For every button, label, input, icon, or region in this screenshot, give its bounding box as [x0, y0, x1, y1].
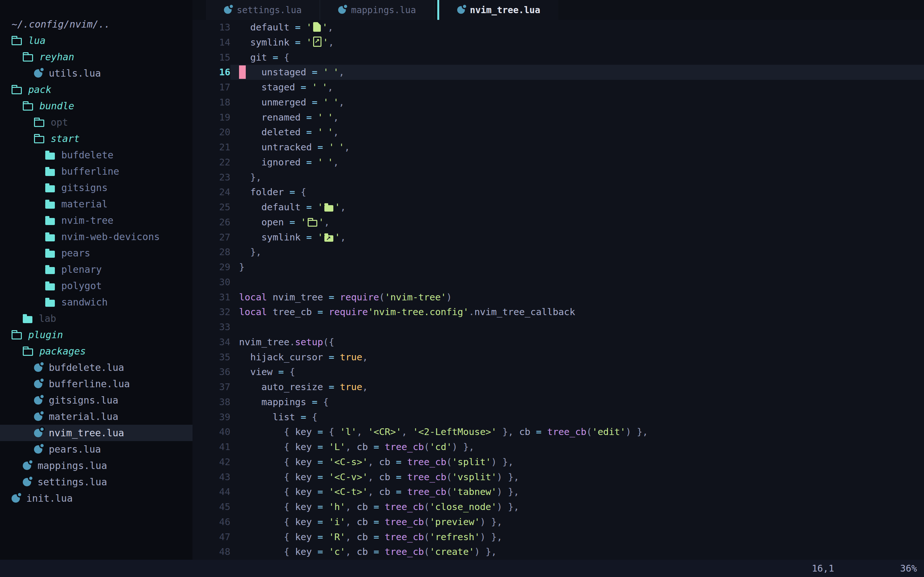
- tab-settings.lua[interactable]: settings.lua: [206, 0, 320, 20]
- code-line-48[interactable]: 48 { key = 'c', cb = tree_cb('create') }…: [192, 544, 924, 559]
- code-line-27[interactable]: 27 symlink = '',: [192, 230, 924, 245]
- tree-item-material.lua[interactable]: material.lua: [0, 408, 192, 425]
- code-line-40[interactable]: 40 { key = { 'l', '<CR>', '<2-LeftMouse>…: [192, 424, 924, 440]
- line-number: 46: [192, 514, 230, 530]
- code-line-28[interactable]: 28 },: [192, 245, 924, 259]
- code-line-36[interactable]: 36 view = {: [192, 364, 924, 380]
- tree-item-label: polygot: [61, 280, 102, 292]
- tree-item-pears[interactable]: pears: [0, 245, 192, 261]
- tree-item-bundle[interactable]: bundle: [0, 98, 192, 114]
- code-text: folder = {: [230, 185, 924, 200]
- code-line-16[interactable]: 16 unstaged = '',: [192, 65, 924, 80]
- code-line-19[interactable]: 19 renamed = '',: [192, 110, 924, 125]
- code-line-20[interactable]: 20 deleted = '',: [192, 125, 924, 140]
- code-text: auto_resize = true,: [230, 380, 924, 395]
- lua-file-icon: [224, 6, 232, 14]
- tree-item-label: pears.lua: [49, 444, 101, 455]
- line-number: 26: [192, 215, 230, 230]
- code-line-24[interactable]: 24 folder = {: [192, 185, 924, 200]
- lua-file-icon: [34, 69, 42, 77]
- line-number: 42: [192, 455, 230, 470]
- code-line-13[interactable]: 13 default = '',: [192, 20, 924, 35]
- code-line-37[interactable]: 37 auto_resize = true,: [192, 380, 924, 395]
- code-line-42[interactable]: 42 { key = '<C-s>', cb = tree_cb('split'…: [192, 455, 924, 470]
- code-line-21[interactable]: 21 untracked = '',: [192, 140, 924, 155]
- tree-item-sandwich[interactable]: sandwich: [0, 294, 192, 310]
- tree-item-utils.lua[interactable]: utils.lua: [0, 65, 192, 81]
- code-line-45[interactable]: 45 { key = 'h', cb = tree_cb('close_node…: [192, 500, 924, 514]
- tree-item-label: gitsigns: [61, 182, 108, 193]
- tree-item-init.lua[interactable]: init.lua: [0, 490, 192, 506]
- tab-nvim-tree.lua[interactable]: nvim_tree.lua: [437, 0, 558, 20]
- tree-item-packages[interactable]: packages: [0, 343, 192, 359]
- tree-item-label: lua: [28, 35, 45, 46]
- line-number: 31: [192, 290, 230, 305]
- tree-item-start[interactable]: start: [0, 131, 192, 147]
- tree-item-bufferline[interactable]: bufferline: [0, 163, 192, 179]
- folder-icon: [45, 234, 55, 242]
- tree-item-gitsigns[interactable]: gitsigns: [0, 179, 192, 196]
- code-text: { key = '<C-v>', cb = tree_cb('vsplit') …: [230, 470, 924, 485]
- code-line-25[interactable]: 25 default = '',: [192, 200, 924, 215]
- code-line-39[interactable]: 39 list = {: [192, 410, 924, 425]
- code-text: { key = 'h', cb = tree_cb('close_node') …: [230, 500, 924, 514]
- tree-item-plenary[interactable]: plenary: [0, 261, 192, 277]
- tree-item-bufferline.lua[interactable]: bufferline.lua: [0, 376, 192, 392]
- tree-item-pears.lua[interactable]: pears.lua: [0, 441, 192, 458]
- tree-root-path: ~/.config/nvim/..: [11, 19, 110, 30]
- code-line-15[interactable]: 15 git = {: [192, 50, 924, 65]
- code-line-32[interactable]: 32local tree_cb = require'nvim-tree.conf…: [192, 305, 924, 319]
- lua-file-icon: [11, 494, 20, 503]
- code-text: ignored = '',: [230, 155, 924, 170]
- tree-item-material[interactable]: material: [0, 196, 192, 212]
- tree-item-label: pack: [28, 84, 51, 95]
- code-line-31[interactable]: 31local nvim_tree = require('nvim-tree'): [192, 290, 924, 305]
- tree-item-settings.lua[interactable]: settings.lua: [0, 474, 192, 490]
- code-line-44[interactable]: 44 { key = '<C-t>', cb = tree_cb('tabnew…: [192, 484, 924, 500]
- code-text: renamed = '',: [230, 110, 924, 125]
- tree-item-gitsigns.lua[interactable]: gitsigns.lua: [0, 392, 192, 408]
- code-line-38[interactable]: 38 mappings = {: [192, 395, 924, 410]
- code-line-17[interactable]: 17 staged = '',: [192, 80, 924, 95]
- code-line-46[interactable]: 46 { key = 'i', cb = tree_cb('preview') …: [192, 514, 924, 530]
- tree-item-label: material: [61, 198, 108, 210]
- folder-icon: [45, 201, 55, 209]
- tree-item-bufdelete[interactable]: bufdelete: [0, 147, 192, 163]
- code-text: untracked = '',: [230, 140, 924, 155]
- tree-item-mappings.lua[interactable]: mappings.lua: [0, 458, 192, 474]
- code-line-35[interactable]: 35 hijack_cursor = true,: [192, 350, 924, 365]
- code-text: unmerged = '',: [230, 95, 924, 110]
- code-line-22[interactable]: 22 ignored = '',: [192, 155, 924, 170]
- code-line-43[interactable]: 43 { key = '<C-v>', cb = tree_cb('vsplit…: [192, 470, 924, 485]
- tree-item-pack[interactable]: pack: [0, 81, 192, 98]
- tree-item-nvim-web-devicons[interactable]: nvim-web-devicons: [0, 229, 192, 245]
- code-line-29[interactable]: 29}: [192, 259, 924, 275]
- tab-label: nvim_tree.lua: [470, 5, 540, 15]
- tab-mappings.lua[interactable]: mappings.lua: [320, 0, 435, 20]
- lua-file-icon: [457, 6, 465, 14]
- tree-item--.config-nvim-..[interactable]: ~/.config/nvim/..: [0, 16, 192, 32]
- code-line-14[interactable]: 14 symlink = '',: [192, 35, 924, 50]
- code-line-30[interactable]: 30: [192, 275, 924, 290]
- tree-item-plugin[interactable]: plugin: [0, 327, 192, 343]
- code-line-41[interactable]: 41 { key = 'L', cb = tree_cb('cd') },: [192, 440, 924, 455]
- code-line-26[interactable]: 26 open = '',: [192, 215, 924, 230]
- code-line-18[interactable]: 18 unmerged = '',: [192, 95, 924, 110]
- tree-item-nvim-tree.lua[interactable]: nvim_tree.lua: [0, 425, 192, 441]
- tree-item-lua[interactable]: lua: [0, 32, 192, 49]
- scroll-percent: 36%: [900, 560, 917, 577]
- tree-item-label: bufferline.lua: [49, 378, 130, 390]
- tree-item-lab[interactable]: lab: [0, 310, 192, 327]
- code-line-47[interactable]: 47 { key = 'R', cb = tree_cb('refresh') …: [192, 530, 924, 545]
- folder-open-icon: [34, 119, 44, 127]
- code-line-23[interactable]: 23 },: [192, 170, 924, 185]
- code-text: nvim_tree.setup({: [230, 335, 924, 350]
- code-line-34[interactable]: 34nvim_tree.setup({: [192, 335, 924, 350]
- code-line-33[interactable]: 33: [192, 319, 924, 335]
- tree-item-bufdelete.lua[interactable]: bufdelete.lua: [0, 359, 192, 376]
- tree-item-polygot[interactable]: polygot: [0, 277, 192, 294]
- tab-label: mappings.lua: [351, 5, 416, 15]
- tree-item-reyhan[interactable]: reyhan: [0, 49, 192, 65]
- tree-item-opt[interactable]: opt: [0, 114, 192, 131]
- tree-item-nvim-tree[interactable]: nvim-tree: [0, 212, 192, 229]
